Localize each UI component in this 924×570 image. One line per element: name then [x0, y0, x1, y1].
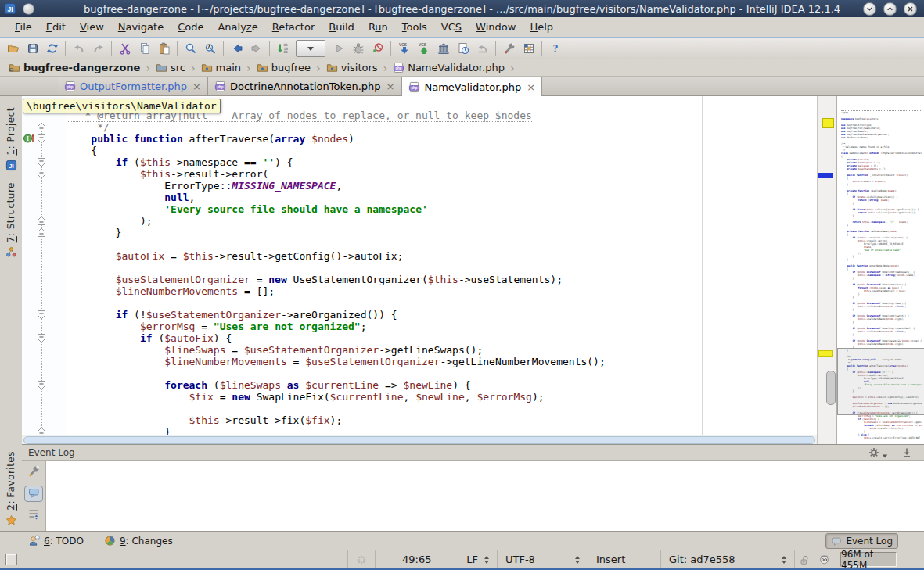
code-line[interactable]: public function afterTraverse(array $nod…: [67, 133, 606, 145]
event-log-content[interactable]: [45, 461, 924, 531]
window-menu-button[interactable]: [23, 3, 34, 15]
menu-code[interactable]: Code: [171, 17, 210, 37]
code-line[interactable]: [67, 238, 606, 250]
vcs-changes-button[interactable]: [453, 39, 473, 58]
code-line[interactable]: {: [67, 145, 606, 156]
sync-button[interactable]: [42, 39, 62, 58]
code-line[interactable]: $this->result->error(: [67, 168, 606, 180]
menu-analyze[interactable]: Analyze: [210, 17, 264, 37]
fold-marker-down[interactable]: [37, 134, 46, 144]
project-structure-button[interactable]: [519, 39, 538, 58]
vcs-commit-button[interactable]: VCS: [414, 39, 433, 58]
event-log-mark-read-icon[interactable]: [27, 507, 40, 522]
memory-indicator-widget[interactable]: 96M of 455M: [834, 550, 898, 568]
code-minimap[interactable]: <?php namespace bugfree\visitors; use bu…: [836, 96, 924, 444]
highlighting-level-widget[interactable]: [814, 550, 834, 568]
code-line[interactable]: */: [67, 121, 606, 133]
settings-button[interactable]: [499, 39, 519, 58]
caret-position-widget[interactable]: 49:65: [375, 550, 458, 568]
close-tab-icon[interactable]: ×: [191, 81, 201, 91]
error-stripe[interactable]: [817, 96, 837, 444]
breadcrumb-namevalidator-php[interactable]: phpNameValidator.php: [390, 62, 507, 73]
run-configuration-combobox[interactable]: [296, 40, 325, 57]
tool-window-toggle-button[interactable]: [5, 554, 17, 565]
menu-navigate[interactable]: Navigate: [111, 17, 171, 37]
menu-view[interactable]: View: [73, 17, 111, 37]
shade-window-button[interactable]: [863, 2, 876, 16]
code-line[interactable]: if (!$useStatementOrganizer->areOrganize…: [67, 309, 606, 321]
run-button[interactable]: [329, 39, 348, 58]
code-line[interactable]: $fix = new SwapLineFix($currentLine, $ne…: [67, 391, 606, 403]
tool-window-button-event-log[interactable]: Event Log: [825, 533, 898, 549]
breadcrumb-bugfree[interactable]: bugfree: [254, 62, 313, 73]
implementing-method-gutter-icon[interactable]: I: [23, 133, 35, 144]
maximize-window-button[interactable]: [883, 2, 897, 16]
tool-window-button-7-structure[interactable]: 7: Structure: [0, 182, 22, 258]
close-window-button[interactable]: [904, 2, 917, 16]
menu-window[interactable]: Window: [469, 17, 523, 37]
close-tab-icon[interactable]: ×: [525, 82, 535, 92]
redo-button[interactable]: [88, 39, 108, 58]
replace-button[interactable]: A: [200, 39, 220, 58]
menu-vcs[interactable]: VCS: [434, 17, 469, 37]
code-line[interactable]: [67, 367, 606, 379]
breadcrumb-main[interactable]: main: [199, 62, 243, 73]
sort-lines-button[interactable]: 011001: [273, 39, 293, 58]
debug-button[interactable]: [348, 39, 368, 58]
code-line[interactable]: );: [67, 215, 606, 227]
paste-button[interactable]: [154, 39, 174, 58]
fold-marker-down[interactable]: [37, 380, 46, 390]
memory-indicator[interactable]: 96M of 455M: [840, 552, 897, 567]
undo-button[interactable]: [69, 39, 88, 58]
code-line[interactable]: if ($autoFix) {: [67, 332, 606, 344]
code-line[interactable]: [67, 262, 606, 274]
copy-button[interactable]: [135, 39, 154, 58]
fold-marker-down[interactable]: [37, 310, 46, 320]
file-encoding-widget[interactable]: UTF-8: [497, 550, 588, 568]
breadcrumb-bugfree-dangerzone[interactable]: bugfree-dangerzone: [6, 62, 142, 73]
fold-marker-up[interactable]: [37, 122, 46, 132]
tab-namevalidator-php[interactable]: phpNameValidator.php×: [401, 77, 542, 96]
code-line[interactable]: [67, 297, 606, 309]
stripe-blue-marker[interactable]: [818, 173, 833, 178]
horizontal-scrollbar-thumb[interactable]: [23, 436, 815, 444]
event-log-hide-icon[interactable]: [901, 446, 913, 461]
menu-edit[interactable]: Edit: [39, 17, 73, 37]
code-line[interactable]: foreach ($lineSwaps as $currentLine => $…: [67, 379, 606, 391]
breadcrumb-visitors[interactable]: visitors: [324, 62, 380, 73]
code-line[interactable]: 'Every source file should have a namespa…: [67, 203, 606, 215]
vertical-scrollbar-thumb[interactable]: [826, 371, 836, 405]
code-line[interactable]: $autoFix = $this->result->getConfig()->a…: [67, 250, 606, 262]
code-line[interactable]: }: [67, 227, 606, 238]
code-text[interactable]: * @return array|null Array of nodes to r…: [67, 109, 606, 444]
find-button[interactable]: [181, 39, 200, 58]
code-line[interactable]: $lineSwaps = $useStatementOrganizer->get…: [67, 344, 606, 356]
tab-outputformatter-php[interactable]: phpOutputFormatter.php×: [58, 77, 208, 95]
code-line[interactable]: if ($this->namespace == '') {: [67, 156, 606, 168]
vcs-integrate-button[interactable]: [433, 39, 453, 58]
tab-doctrineannotationtoken-php[interactable]: phpDoctrineAnnotationToken.php×: [208, 77, 401, 95]
fold-marker-down[interactable]: [37, 333, 46, 343]
code-line[interactable]: null,: [67, 192, 606, 203]
event-log-header[interactable]: Event Log: [22, 444, 924, 461]
coverage-button[interactable]: [368, 39, 387, 58]
vcs-update-button[interactable]: VCS: [394, 39, 414, 58]
forward-button[interactable]: [246, 39, 266, 58]
menu-refactor[interactable]: Refactor: [265, 17, 322, 37]
cut-button[interactable]: [115, 39, 135, 58]
save-button[interactable]: [23, 39, 42, 58]
close-tab-icon[interactable]: ×: [385, 81, 395, 91]
back-button[interactable]: [227, 39, 246, 58]
menu-tools[interactable]: Tools: [395, 17, 434, 37]
event-log-filter-wrench-icon[interactable]: [27, 465, 40, 480]
stripe-yellow-marker[interactable]: [822, 118, 834, 128]
breadcrumb-src[interactable]: src: [153, 62, 188, 73]
code-line[interactable]: $lineNumberMovements = $useStatementOrga…: [67, 356, 606, 367]
minimap-viewport[interactable]: [837, 348, 924, 415]
menu-file[interactable]: File: [8, 17, 39, 37]
fold-marker-down[interactable]: [37, 169, 46, 179]
tool-window-button-1-project[interactable]: 1: ProjectJI: [0, 107, 22, 171]
insert-overwrite-widget[interactable]: Insert: [588, 550, 660, 568]
code-line[interactable]: $errorMsg = "Uses are not organized";: [67, 321, 606, 332]
fold-marker-down[interactable]: [37, 157, 46, 167]
